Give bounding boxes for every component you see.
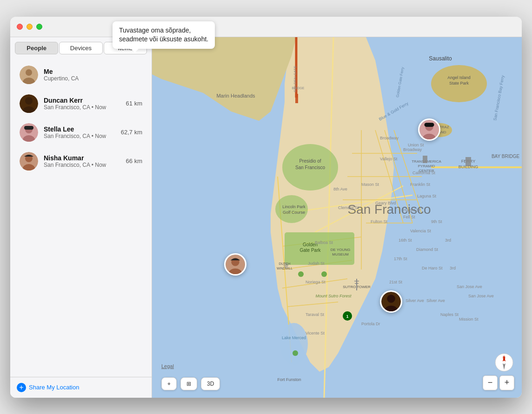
svg-text:Haight St: Haight St (403, 208, 421, 212)
svg-text:DE YOUNG: DE YOUNG (331, 248, 351, 252)
map-svg: Sausalito Angel Island State Park Marin … (152, 37, 522, 398)
person-distance-duncan: 61 km (126, 100, 142, 107)
svg-text:De Haro St: De Haro St (422, 266, 443, 270)
person-item-me[interactable]: Me Cupertino, CA (13, 61, 149, 89)
svg-text:Laguna St: Laguna St (417, 194, 437, 198)
tooltip-bubble: Tuvastage oma sõprade, seadmete või üksu… (113, 21, 215, 49)
svg-text:Vicente St: Vicente St (306, 331, 325, 335)
three-d-label: 3D (207, 381, 214, 387)
avatar-duncan (20, 94, 38, 113)
zoom-out-icon: − (488, 378, 493, 388)
svg-text:BRIDGE: BRIDGE (292, 86, 305, 90)
avatar-me (20, 66, 38, 84)
person-distance-nisha: 66 km (126, 158, 142, 164)
svg-text:Union St: Union St (408, 143, 424, 147)
svg-point-1 (26, 69, 32, 76)
svg-text:3rd: 3rd (450, 266, 456, 270)
svg-text:Gate Park: Gate Park (299, 248, 321, 253)
svg-text:Judah St: Judah St (308, 261, 325, 266)
svg-text:Mason St: Mason St (361, 182, 379, 187)
minimize-button[interactable] (27, 24, 33, 30)
zoom-in-button[interactable]: + (499, 375, 514, 390)
svg-rect-113 (423, 156, 427, 163)
legal-label: Legal (161, 363, 174, 369)
svg-text:Noriega St: Noriega St (306, 280, 326, 284)
avatar-nisha (20, 152, 38, 171)
people-list: Me Cupertino, CA Duncan Kerr (10, 58, 152, 377)
legal-link[interactable]: Legal (161, 363, 174, 369)
svg-text:Geary Blvd: Geary Blvd (375, 201, 396, 205)
person-item-duncan[interactable]: Duncan Kerr San Francisco, CA • Now 61 k… (13, 90, 149, 118)
location-button[interactable]: ⌖ (161, 377, 177, 390)
svg-text:PYRAMID: PYRAMID (418, 164, 435, 168)
svg-text:Angel Island: Angel Island (447, 75, 471, 80)
svg-point-4 (25, 97, 33, 105)
svg-rect-9 (24, 126, 33, 130)
svg-text:San Jose Ave: San Jose Ave (468, 294, 494, 298)
svg-text:Naples St: Naples St (440, 312, 459, 317)
map-view-icon: ⊞ (186, 381, 191, 387)
svg-text:BAY BRIDGE: BAY BRIDGE (492, 154, 520, 159)
svg-text:Portola Dr: Portola Dr (361, 322, 380, 326)
svg-text:17th St: 17th St (394, 256, 407, 261)
svg-text:Broadway: Broadway (403, 147, 422, 152)
share-location-button[interactable]: + Share My Location (17, 383, 79, 392)
map-bottom-controls: ⌖ ⊞ 3D (161, 377, 220, 390)
svg-text:Fort Funston: Fort Funston (277, 377, 301, 382)
map-view-button[interactable]: ⊞ (180, 377, 197, 390)
tooltip-line2: seadmete või üksuste asukoht. (119, 35, 208, 43)
svg-text:Mount Sutro Forest: Mount Sutro Forest (315, 294, 352, 298)
titlebar (10, 17, 522, 37)
svg-point-38 (275, 195, 308, 223)
svg-point-117 (321, 271, 327, 277)
svg-text:Fulton St: Fulton St (371, 219, 388, 224)
tab-people[interactable]: People (15, 42, 58, 54)
person-location-duncan: San Francisco, CA • Now (44, 104, 126, 111)
app-window: Tuvastage oma sõprade, seadmete või üksu… (10, 17, 522, 398)
svg-text:Valencia St: Valencia St (410, 229, 431, 233)
svg-text:N: N (503, 355, 505, 360)
map-pin-nisha[interactable] (224, 253, 246, 276)
svg-text:Lake Merced: Lake Merced (282, 335, 306, 340)
person-item-nisha[interactable]: Nisha Kumar San Francisco, CA • Now 66 k… (13, 147, 149, 175)
person-info-stella: Stella Lee San Francisco, CA • Now (44, 125, 121, 139)
svg-text:9th St: 9th St (431, 219, 442, 224)
person-distance-stella: 62,7 km (121, 129, 142, 136)
person-name-duncan: Duncan Kerr (44, 97, 126, 104)
close-button[interactable] (17, 24, 23, 30)
svg-text:8th Ave: 8th Ave (333, 187, 347, 191)
svg-point-118 (293, 350, 298, 356)
tooltip-line1: Tuvastage oma sõprade, (119, 26, 191, 34)
tab-devices[interactable]: Devices (59, 42, 102, 54)
map-area: Sausalito Angel Island State Park Marin … (152, 37, 522, 398)
person-location-nisha: San Francisco, CA • Now (44, 162, 126, 168)
svg-text:Taraval St: Taraval St (306, 312, 325, 317)
person-info-me: Me Cupertino, CA (44, 68, 142, 82)
svg-text:Sausalito: Sausalito (429, 55, 452, 62)
svg-text:Clement St: Clement St (338, 205, 359, 210)
zoom-out-button[interactable]: − (483, 375, 498, 390)
zoom-in-icon: + (505, 378, 510, 388)
map-pin-stella[interactable] (418, 118, 440, 141)
svg-text:Silver Ave: Silver Ave (406, 298, 424, 303)
map-pin-duncan[interactable] (380, 290, 402, 313)
svg-text:Mission St: Mission St (459, 317, 479, 322)
svg-point-123 (387, 295, 395, 303)
svg-text:MUSEUM: MUSEUM (332, 252, 349, 256)
svg-text:Golf Course: Golf Course (283, 210, 305, 215)
maximize-button[interactable] (36, 24, 42, 30)
person-name-stella: Stella Lee (44, 125, 121, 133)
person-info-duncan: Duncan Kerr San Francisco, CA • Now (44, 97, 126, 111)
three-d-button[interactable]: 3D (201, 377, 220, 390)
location-icon: ⌖ (167, 381, 171, 387)
svg-text:State Park: State Park (449, 81, 469, 85)
zoom-controls: − + (483, 375, 514, 390)
traffic-lights (17, 24, 42, 30)
person-item-stella[interactable]: Stella Lee San Francisco, CA • Now 62,7 … (13, 118, 149, 146)
avatar-stella (20, 123, 38, 142)
svg-rect-128 (425, 123, 434, 127)
person-name-nisha: Nisha Kumar (44, 154, 126, 162)
svg-text:Fell St: Fell St (403, 215, 415, 219)
svg-rect-115 (295, 94, 298, 103)
svg-text:San Francisco: San Francisco (295, 165, 325, 170)
